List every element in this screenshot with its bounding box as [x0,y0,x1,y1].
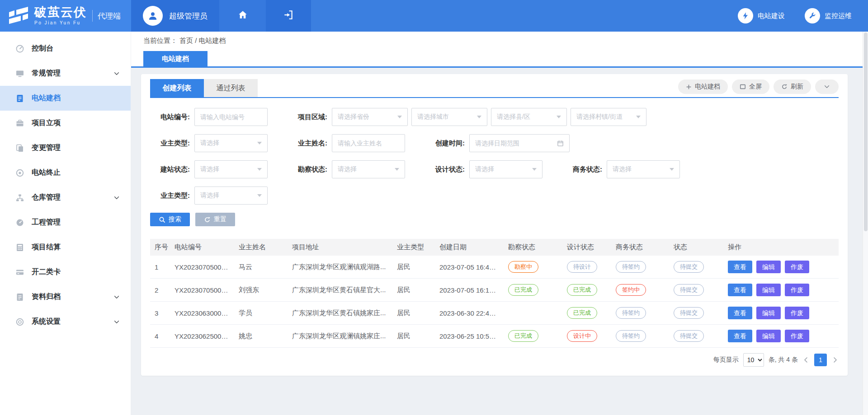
owner-name-input[interactable] [332,134,405,152]
quick-link-monitoring-ops[interactable]: 监控运维 [805,8,852,23]
user-name: 超级管理员 [169,11,208,21]
copy-icon [15,144,24,153]
filter-build-status: 建站状态:请选择 [150,160,288,178]
void-button[interactable]: 作废 [785,261,809,273]
cell-status: 待提交 [669,256,723,279]
quick-link-station-construction[interactable]: 电站建设 [738,8,785,23]
cell-business-status: 待签约 [611,325,669,348]
sidebar-item-label: 系统设置 [32,317,61,326]
cell-station-code: YX2023070500011 [170,256,234,279]
collapse-button[interactable] [815,79,839,94]
reset-button[interactable]: 重置 [195,213,235,226]
caret-down-icon [636,116,641,118]
sidebar-item-station-archive[interactable]: 电站建档 [0,86,131,111]
sidebar-item-data-archive[interactable]: 资料归档 [0,284,131,309]
toolbar-button-label: 电站建档 [695,83,720,91]
create-time-input[interactable] [469,134,570,152]
table-row: 1YX2023070500011马云广东深圳龙华区观澜镇观湖路...居民2023… [150,256,839,279]
logout-button[interactable] [266,0,311,32]
project-area-city-select[interactable]: 请选择城市 [411,108,487,126]
chevron-down-icon [113,294,120,300]
cell-actions: 查看编辑作废 [723,279,839,302]
status-pill: 待提交 [674,261,704,273]
column-header: 项目地址 [288,239,392,256]
design-status-select[interactable]: 请选择 [469,160,542,178]
calculator-icon [15,243,24,252]
pagination: 每页显示 10 条, 共 4 条 1 [150,353,839,367]
status-pill: 设计中 [567,330,597,342]
target-icon [15,168,24,177]
view-button[interactable]: 查看 [728,307,752,319]
edit-button[interactable]: 编辑 [756,261,781,273]
select-placeholder: 请选择省份 [338,113,369,121]
sidebar-item-project-settlement[interactable]: 项目结算 [0,235,131,260]
quick-link-label: 监控运维 [825,12,852,20]
sidebar-item-system-settings[interactable]: 系统设置 [0,309,131,334]
per-page-label: 每页显示 [713,356,739,364]
business-status-select[interactable]: 请选择 [607,160,680,178]
view-button[interactable]: 查看 [728,330,752,342]
date-range-input[interactable] [475,140,557,147]
tab-create-list[interactable]: 创建列表 [150,79,204,97]
edit-button[interactable]: 编辑 [756,284,781,296]
tab-pass-list[interactable]: 通过列表 [204,79,258,97]
cell-design-status: 已完成 [562,279,611,302]
plus-icon [686,84,692,90]
station-code-input[interactable] [194,108,268,126]
cell-index: 2 [150,279,170,302]
status-pill: 待签约 [616,261,646,273]
prev-page-button[interactable] [802,356,810,364]
status-pill: 已完成 [567,307,597,319]
void-button[interactable]: 作废 [785,307,809,319]
owner-type-2-select[interactable]: 请选择 [194,187,268,205]
sidebar-item-label: 资料归档 [32,292,61,302]
status-pill: 已完成 [567,284,597,296]
void-button[interactable]: 作废 [785,330,809,342]
fullscreen-icon [740,84,746,90]
search-button[interactable]: 搜索 [150,213,190,226]
sidebar-item-station-termination[interactable]: 电站终止 [0,160,131,185]
filter-form: 电站编号:项目区域:请选择省份请选择城市请选择县/区请选择村镇/街道业主类型:请… [150,108,839,205]
build-status-select[interactable]: 请选择 [194,160,268,178]
cell-owner-name: 姚忠 [234,325,288,348]
select-placeholder: 请选择 [200,165,219,173]
sidebar-item-console[interactable]: 控制台 [0,36,131,61]
cell-design-status: 已完成 [562,302,611,325]
refresh-button[interactable]: 刷新 [774,79,811,94]
sidebar-item-change-management[interactable]: 变更管理 [0,135,131,160]
sidebar-item-warehouse-management[interactable]: 仓库管理 [0,185,131,210]
cell-address: 广东深圳龙华区观澜镇观湖路... [288,256,392,279]
filter-label: 创建时间: [425,139,469,148]
fullscreen-button[interactable]: 全屏 [732,79,769,94]
owner-type-select[interactable]: 请选择 [194,134,268,152]
cell-design-status: 设计中 [562,325,611,348]
sidebar-item-general-management[interactable]: 常规管理 [0,61,131,86]
survey-status-select[interactable]: 请选择 [332,160,405,178]
next-page-button[interactable] [831,356,839,364]
scrollbar-thumb[interactable] [864,33,868,231]
cell-business-status: 待签约 [611,256,669,279]
home-button[interactable] [219,0,266,32]
create-station-button[interactable]: 电站建档 [678,79,728,94]
edit-button[interactable]: 编辑 [756,330,781,342]
user-menu[interactable]: 超级管理员 [131,0,219,32]
project-area-town-select[interactable]: 请选择村镇/街道 [571,108,646,126]
project-area-province-select[interactable]: 请选择省份 [332,108,408,126]
page-tab-station-archive[interactable]: 电站建档 [143,51,208,66]
per-page-select[interactable]: 10 [743,353,764,367]
sidebar-item-second-class-card[interactable]: 开二类卡 [0,260,131,284]
cell-address: 广东深圳龙华区黄石镇星官大... [288,279,392,302]
cell-address: 广东深圳龙华区黄石镇姚家庄... [288,302,392,325]
view-button[interactable]: 查看 [728,284,752,296]
current-page-button[interactable]: 1 [814,354,827,366]
page-scrollbar[interactable] [863,32,868,415]
sidebar-item-engineering-management[interactable]: 工程管理 [0,210,131,235]
project-area-district-select[interactable]: 请选择县/区 [491,108,567,126]
void-button[interactable]: 作废 [785,284,809,296]
app-header: 破茧云伏 Po Jian Yun Fu 代理端 超级管理员 电站建设监 [0,0,868,32]
sidebar-item-project-initiation[interactable]: 项目立项 [0,111,131,135]
select-placeholder: 请选择 [200,191,219,200]
edit-button[interactable]: 编辑 [756,307,781,319]
view-button[interactable]: 查看 [728,261,752,273]
breadcrumb-path[interactable]: 首页 / 电站建档 [179,37,226,45]
